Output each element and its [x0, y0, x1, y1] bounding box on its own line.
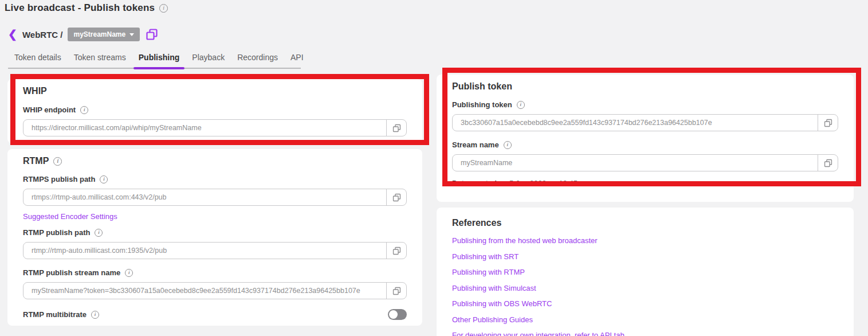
- tab-publishing[interactable]: Publishing: [132, 49, 186, 68]
- stream-name-input[interactable]: [453, 155, 818, 171]
- publish-token-section-title: Publish token: [452, 81, 838, 92]
- whip-endpoint-label-text: WHIP endpoint: [23, 106, 76, 114]
- references-card: References Publishing from the hosted we…: [437, 208, 854, 336]
- rtmp-publish-path-label-text: RTMP publish path: [23, 228, 90, 237]
- references-list: Publishing from the hosted web broadcast…: [452, 236, 838, 336]
- reference-link-api-tab[interactable]: For developing your own integration, ref…: [452, 331, 838, 336]
- info-icon[interactable]: i: [80, 106, 88, 114]
- rtmp-publish-path-label: RTMP publish path i: [23, 228, 407, 237]
- tab-recordings[interactable]: Recordings: [231, 49, 284, 68]
- rtmp-multibitrate-label: RTMP multibitrate i: [23, 310, 99, 319]
- info-icon[interactable]: i: [100, 175, 108, 183]
- rtmps-publish-path-label-text: RTMPS publish path: [23, 175, 95, 183]
- info-icon[interactable]: i: [504, 141, 512, 149]
- copy-icon[interactable]: [386, 243, 406, 259]
- rtmps-publish-path-label: RTMPS publish path i: [23, 175, 407, 183]
- whip-endpoint-field: [23, 119, 407, 136]
- info-icon[interactable]: i: [125, 269, 133, 277]
- rtmps-publish-path-input[interactable]: [23, 189, 386, 205]
- breadcrumb-label[interactable]: WebRTC /: [22, 30, 63, 40]
- rtmp-multibitrate-toggle[interactable]: [388, 309, 407, 320]
- stream-name-dropdown[interactable]: myStreamName: [68, 28, 140, 41]
- info-icon[interactable]: i: [53, 157, 62, 166]
- copy-icon[interactable]: [145, 28, 159, 41]
- whip-title-text: WHIP: [23, 86, 47, 96]
- publishing-token-field: [452, 114, 838, 131]
- rtmp-section-title: RTMP i: [23, 156, 407, 166]
- suggested-encoder-settings-link[interactable]: Suggested Encoder Settings: [23, 212, 117, 221]
- info-icon[interactable]: i: [95, 229, 103, 237]
- publishing-token-input[interactable]: [453, 115, 818, 131]
- whip-endpoint-label: WHIP endpoint i: [23, 106, 407, 114]
- stream-name-label: Stream name i: [452, 140, 838, 149]
- copy-icon[interactable]: [386, 189, 406, 205]
- reference-link-hosted-web-broadcaster[interactable]: Publishing from the hosted web broadcast…: [452, 236, 838, 245]
- reference-link-obs-webrtc[interactable]: Publishing with OBS WebRTC: [452, 299, 838, 308]
- rtmp-publish-stream-name-input[interactable]: [23, 283, 386, 299]
- tab-api[interactable]: API: [284, 49, 310, 68]
- info-icon[interactable]: i: [517, 101, 525, 109]
- time-created-value: 12:45: [559, 179, 578, 187]
- rtmp-publish-stream-name-field: [23, 282, 407, 299]
- publishing-token-label-text: Publishing token: [452, 100, 512, 109]
- chevron-left-icon[interactable]: ❮: [8, 29, 17, 40]
- publish-token-card: Publish token Publishing token i Stream …: [437, 75, 854, 202]
- rtmp-publish-stream-name-label: RTMP publish stream name i: [23, 268, 407, 277]
- stream-name-field: [452, 154, 838, 171]
- whip-section-title: WHIP: [23, 86, 407, 96]
- references-title-text: References: [452, 218, 501, 228]
- copy-icon[interactable]: [818, 155, 838, 171]
- stream-name-label-text: Stream name: [452, 140, 499, 149]
- toggle-knob: [389, 310, 398, 319]
- rtmp-multibitrate-label-text: RTMP multibitrate: [23, 310, 87, 319]
- page-title: Live broadcast - Publish tokens: [5, 2, 155, 14]
- stream-name-dropdown-label: myStreamName: [73, 30, 125, 38]
- reference-link-other-guides[interactable]: Other Publishing Guides: [452, 315, 838, 324]
- rtmp-publish-path-input[interactable]: [23, 243, 386, 259]
- reference-link-simulcast[interactable]: Publishing with Simulcast: [452, 284, 838, 292]
- whip-endpoint-input[interactable]: [23, 120, 386, 136]
- tab-token-details[interactable]: Token details: [8, 49, 68, 68]
- publishing-token-label: Publishing token i: [452, 100, 838, 109]
- reference-link-srt[interactable]: Publishing with SRT: [452, 252, 838, 261]
- info-icon[interactable]: i: [159, 4, 168, 13]
- reference-link-rtmp[interactable]: Publishing with RTMP: [452, 268, 838, 276]
- rtmp-publish-path-field: [23, 242, 407, 259]
- breadcrumb: ❮ WebRTC / myStreamName: [8, 28, 159, 41]
- page-header: Live broadcast - Publish tokens i: [5, 2, 168, 14]
- info-icon[interactable]: i: [91, 311, 99, 319]
- rtmp-multibitrate-row: RTMP multibitrate i: [23, 309, 407, 320]
- rtmps-publish-path-field: [23, 189, 407, 206]
- tab-bar: Token details Token streams Publishing P…: [8, 49, 301, 69]
- rtmp-title-text: RTMP: [23, 156, 49, 166]
- tab-playback[interactable]: Playback: [186, 49, 231, 68]
- date-created-label: Date created: [452, 179, 497, 187]
- rtmp-publish-stream-name-label-text: RTMP publish stream name: [23, 268, 120, 277]
- tab-token-streams[interactable]: Token streams: [68, 49, 132, 68]
- copy-icon[interactable]: [386, 120, 406, 136]
- chevron-down-icon: [129, 33, 134, 36]
- publish-token-title-text: Publish token: [452, 81, 512, 92]
- date-created-row: Date created 5 Jun 2023 12:45: [452, 179, 838, 187]
- date-created-value: 5 Jun 2023: [509, 179, 546, 187]
- copy-icon[interactable]: [818, 115, 838, 131]
- whip-card: WHIP WHIP endpoint i: [7, 79, 422, 143]
- copy-icon[interactable]: [386, 283, 406, 299]
- references-section-title: References: [452, 218, 838, 228]
- rtmp-card: RTMP i RTMPS publish path i Suggested En…: [7, 149, 422, 326]
